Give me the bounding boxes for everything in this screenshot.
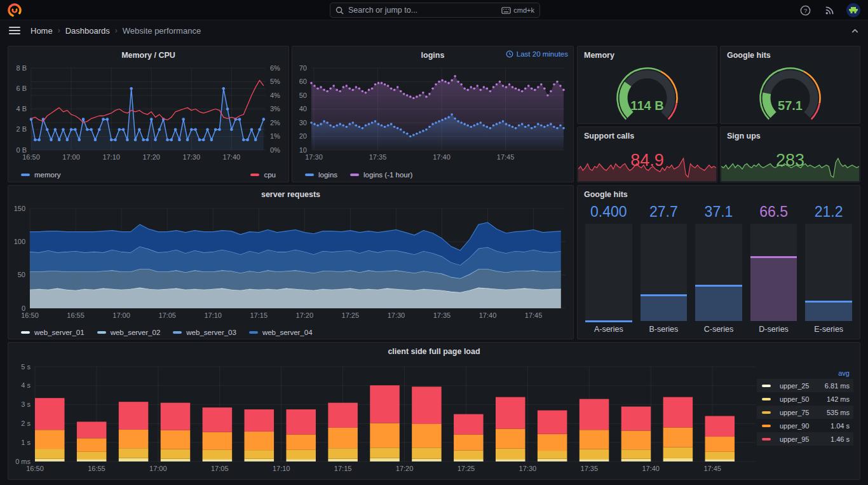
svg-text:16:55: 16:55	[67, 311, 85, 319]
search-input[interactable]: Search or jump to... cmd+k	[330, 3, 540, 18]
bar-gauge-value: 27.7	[641, 203, 688, 222]
chevron-up-icon[interactable]	[851, 26, 859, 38]
panel-google-hits-gauge: Google hits 57.1	[720, 46, 860, 124]
svg-text:57.1: 57.1	[778, 99, 803, 113]
client-load-chart[interactable]: 16:5016:5517:0017:0517:1017:1517:2017:25…	[11, 359, 758, 477]
breadcrumb-home[interactable]: Home	[31, 26, 53, 36]
svg-text:3%: 3%	[270, 105, 280, 113]
bar-gauge-track	[750, 224, 797, 321]
svg-text:?: ?	[803, 6, 806, 13]
svg-text:17:40: 17:40	[223, 153, 241, 161]
bar-gauge-column[interactable]: 27.7B-series	[641, 203, 688, 334]
memory-cpu-chart[interactable]: 16:5017:0017:1017:2017:3017:400 B2 B4 B6…	[11, 63, 286, 164]
breadcrumb-dashboards[interactable]: Dashboards	[65, 26, 110, 36]
bar-gauge-column[interactable]: 21.2E-series	[805, 203, 852, 334]
breadcrumb-bar: Home › Dashboards › Website performance	[0, 20, 868, 41]
legend-row-upper-25[interactable]: upper_256.81 ms	[757, 379, 853, 392]
legend-item-logins[interactable]: logins	[305, 171, 337, 179]
legend-header-avg: avg	[757, 368, 853, 379]
legend: memory cpu	[21, 171, 276, 179]
logins-chart[interactable]: 17:3017:3517:4017:4510203040506070	[295, 63, 569, 164]
svg-text:6 B: 6 B	[16, 85, 27, 92]
legend-row-upper-95[interactable]: upper_951.46 s	[757, 432, 853, 446]
bar-gauge-cap	[750, 256, 797, 258]
legend-swatch	[762, 438, 771, 441]
time-range-indicator[interactable]: Last 20 minutes	[506, 50, 568, 58]
svg-text:17:30: 17:30	[388, 311, 405, 319]
google-hits-bar-gauge: 0.400A-series27.7B-series37.1C-series66.…	[585, 203, 852, 334]
svg-text:17:05: 17:05	[158, 311, 176, 319]
legend: web_server_01 web_server_02 web_server_0…	[21, 329, 313, 336]
bar-gauge-fill	[641, 294, 688, 321]
panel-title[interactable]: Google hits	[578, 186, 860, 202]
legend-swatch	[762, 411, 771, 414]
svg-text:17:15: 17:15	[334, 465, 352, 472]
svg-text:1%: 1%	[270, 132, 280, 140]
panel-support-calls: Support calls 84.9	[577, 126, 717, 182]
svg-text:5 s: 5 s	[21, 363, 31, 371]
svg-text:40: 40	[299, 105, 307, 113]
svg-text:17:40: 17:40	[433, 153, 451, 161]
bar-gauge-column[interactable]: 66.5D-series	[750, 203, 797, 334]
user-avatar[interactable]	[846, 3, 860, 17]
panel-title[interactable]: server requests	[8, 186, 573, 202]
legend-swatch	[173, 331, 182, 334]
clock-icon	[506, 50, 513, 58]
legend-item-web-server-04[interactable]: web_server_04	[249, 329, 313, 336]
svg-text:17:00: 17:00	[149, 465, 167, 472]
svg-text:17:20: 17:20	[396, 465, 414, 472]
bar-gauge-fill	[695, 285, 742, 321]
panel-server-requests: server requests 16:5016:5517:0017:0517:1…	[8, 185, 574, 339]
svg-text:16:50: 16:50	[22, 153, 40, 161]
svg-text:17:15: 17:15	[250, 311, 268, 319]
bar-gauge-fill	[585, 320, 632, 321]
bar-gauge-cap	[805, 301, 852, 303]
svg-text:0%: 0%	[270, 146, 280, 154]
svg-text:114 B: 114 B	[630, 99, 663, 113]
server-requests-chart[interactable]: 16:5016:5517:0017:0517:1017:1517:2017:25…	[11, 202, 569, 322]
bar-gauge-column[interactable]: 0.400A-series	[585, 203, 632, 334]
breadcrumb: Home › Dashboards › Website performance	[31, 26, 201, 36]
legend-swatch	[21, 174, 30, 176]
sign-ups-sparkline	[721, 157, 859, 181]
legend-row-upper-90[interactable]: upper_901.04 s	[757, 419, 853, 432]
panel-title[interactable]: Memory	[578, 46, 717, 63]
legend-item-cpu[interactable]: cpu	[250, 171, 276, 179]
svg-text:17:45: 17:45	[703, 465, 721, 472]
bar-gauge-label: D-series	[750, 321, 797, 334]
svg-text:30: 30	[299, 119, 307, 126]
svg-text:17:20: 17:20	[142, 153, 160, 161]
legend-item-web-server-02[interactable]: web_server_02	[97, 329, 161, 336]
grafana-logo-icon[interactable]	[8, 3, 22, 17]
svg-text:1 s: 1 s	[21, 439, 31, 446]
panel-google-hits-bars: Google hits 0.400A-series27.7B-series37.…	[577, 185, 860, 339]
panel-title[interactable]: Sign ups	[721, 127, 860, 144]
client-load-legend-table: avg upper_256.81 ms upper_50142 ms upper…	[757, 368, 853, 446]
legend-swatch	[21, 331, 30, 334]
top-nav: Search or jump to... cmd+k ?	[0, 0, 868, 20]
panel-title[interactable]: Google hits	[721, 46, 860, 63]
legend-row-upper-50[interactable]: upper_50142 ms	[757, 392, 853, 406]
memory-gauge: 114 B	[578, 62, 717, 122]
svg-text:6%: 6%	[270, 64, 280, 72]
svg-text:17:30: 17:30	[183, 153, 201, 161]
panel-title[interactable]: Support calls	[578, 127, 717, 144]
bar-gauge-value: 21.2	[805, 203, 852, 222]
panel-title[interactable]: client side full page load	[8, 343, 860, 359]
legend-item-logins-prev[interactable]: logins (-1 hour)	[350, 171, 412, 179]
keyboard-shortcut-chip: cmd+k	[501, 6, 534, 14]
svg-text:2%: 2%	[270, 119, 280, 126]
svg-text:17:10: 17:10	[102, 153, 120, 161]
news-rss-icon[interactable]	[822, 3, 836, 17]
menu-toggle-icon[interactable]	[9, 27, 20, 34]
legend-item-web-server-03[interactable]: web_server_03	[173, 329, 236, 336]
legend-row-upper-75[interactable]: upper_75535 ms	[757, 406, 853, 419]
svg-text:17:45: 17:45	[497, 153, 515, 161]
legend-swatch	[97, 331, 106, 334]
legend-item-memory[interactable]: memory	[21, 171, 61, 179]
bar-gauge-column[interactable]: 37.1C-series	[695, 203, 742, 334]
svg-text:2 s: 2 s	[21, 420, 31, 427]
legend-item-web-server-01[interactable]: web_server_01	[21, 329, 85, 336]
panel-title[interactable]: Memory / CPU	[8, 46, 288, 63]
help-icon[interactable]: ?	[798, 3, 812, 17]
